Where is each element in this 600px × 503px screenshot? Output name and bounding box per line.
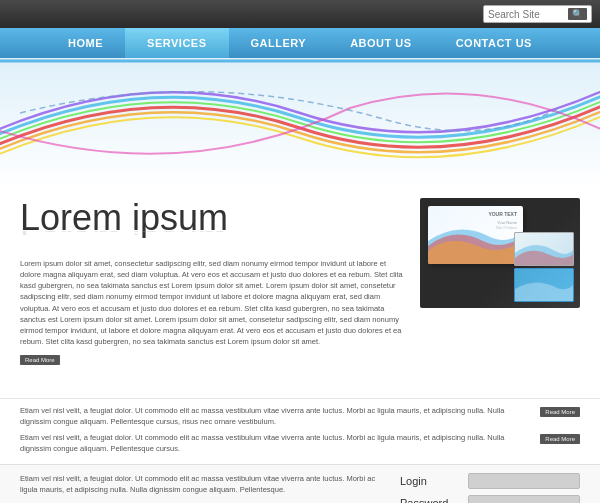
nav-item-services[interactable]: SERVICES [125,28,228,58]
search-box[interactable]: 🔍 [483,5,592,23]
search-input[interactable] [488,9,568,20]
content-left: Lorem ipsum Lorem ipsum Lorem ipsum dolo… [20,198,404,388]
password-input[interactable] [468,495,580,503]
content-right: YOUR TEXT Your Name Title / Position [420,198,580,388]
card-mockup: YOUR TEXT Your Name Title / Position [420,198,580,308]
card-back-2 [514,268,574,302]
read-more-button-2[interactable]: Read More [540,434,580,444]
login-row: Login [400,473,580,489]
secondary-row-2: Etiam vel nisl velit, a feugiat dolor. U… [20,432,580,455]
main-content: Lorem ipsum Lorem ipsum Lorem ipsum dolo… [0,188,600,398]
password-label: Password [400,497,460,503]
secondary-text-1: Etiam vel nisl velit, a feugiat dolor. U… [20,405,528,428]
nav-item-about[interactable]: ABOUT US [328,28,433,58]
read-more-button-1[interactable]: Read More [540,407,580,417]
card-back-1 [514,232,574,266]
login-input[interactable] [468,473,580,489]
card-your-text: YOUR TEXT [488,211,517,217]
top-bar: 🔍 [0,0,600,28]
bottom-section: Etiam vel nisl velit, a feugiat dolor. U… [0,464,600,503]
nav-item-contact[interactable]: CONTACT US [434,28,554,58]
read-more-button-main[interactable]: Read More [20,355,60,365]
secondary-row-1: Etiam vel nisl velit, a feugiat dolor. U… [20,405,580,428]
secondary-content: Etiam vel nisl velit, a feugiat dolor. U… [0,398,600,464]
login-form: Login Password [400,473,580,503]
main-body-text: Lorem ipsum dolor sit amet, consectetur … [20,258,404,348]
bottom-body-text: Etiam vel nisl velit, a feugiat dolor. U… [20,473,380,503]
card-title: Title / Position [495,226,517,230]
main-nav: HOME SERVICES GALLERY ABOUT US CONTACT U… [0,28,600,58]
hero-section [0,58,600,188]
nav-item-home[interactable]: HOME [46,28,125,58]
secondary-text-2: Etiam vel nisl velit, a feugiat dolor. U… [20,432,528,455]
password-row: Password [400,495,580,503]
nav-item-gallery[interactable]: GALLERY [229,28,329,58]
search-button[interactable]: 🔍 [568,8,587,20]
login-label: Login [400,475,460,487]
card-name: Your Name [497,220,517,225]
title-reflection: Lorem ipsum [20,231,228,238]
